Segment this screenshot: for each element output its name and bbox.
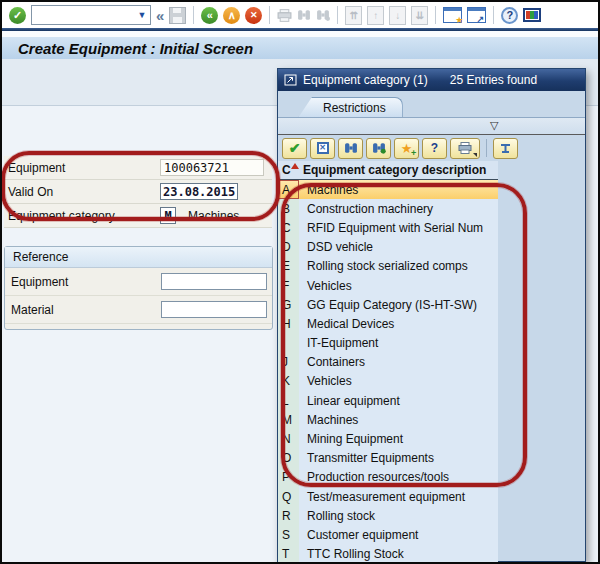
list-item[interactable]: GGG Equip Category (IS-HT-SW) — [278, 295, 498, 314]
add-to-personal-list-button[interactable]: ★+ — [394, 138, 419, 159]
list-item-key[interactable]: K — [278, 372, 299, 391]
list-item-key[interactable]: I — [278, 334, 299, 353]
list-item-key[interactable]: F — [278, 276, 299, 295]
list-item-description[interactable]: GG Equip Category (IS-HT-SW) — [299, 295, 498, 314]
list-item-description[interactable]: RFID Equipment with Serial Num — [299, 218, 498, 237]
enter-icon[interactable]: ✓ — [9, 7, 26, 24]
list-item-description[interactable]: Machines — [299, 410, 498, 429]
dialog-icon — [284, 74, 297, 86]
list-item[interactable]: AMachines — [278, 180, 498, 199]
personal-value-list-button[interactable] — [493, 138, 518, 159]
list-item-description[interactable]: Production resources/tools — [299, 468, 498, 487]
list-item[interactable]: PProduction resources/tools — [278, 468, 498, 487]
first-page-icon[interactable]: ⇈ — [345, 6, 362, 25]
list-item[interactable]: IIT-Equipment — [278, 334, 498, 353]
list-item-description[interactable]: Machines — [299, 180, 498, 199]
chevron-down-icon[interactable]: ▼ — [134, 6, 150, 24]
list-item-description[interactable]: Rolling stock serialized comps — [299, 257, 498, 276]
find-icon[interactable] — [297, 9, 311, 21]
list-item[interactable]: LLinear equipment — [278, 391, 498, 410]
find-next-icon[interactable] — [316, 9, 330, 21]
list-item[interactable]: DDSD vehicle — [278, 238, 498, 257]
create-shortcut-icon[interactable]: ↗ — [467, 7, 486, 23]
list-item-description[interactable]: Linear equipment — [299, 391, 498, 410]
list-item[interactable]: HMedical Devices — [278, 314, 498, 333]
save-icon[interactable] — [169, 7, 186, 24]
list-item[interactable]: BConstruction machinery — [278, 199, 498, 218]
list-item-description[interactable]: DSD vehicle — [299, 238, 498, 257]
equipment-category-input[interactable] — [160, 207, 176, 224]
list-item-description[interactable]: Construction machinery — [299, 199, 498, 218]
list-item-key[interactable]: N — [278, 429, 299, 448]
list-item-key[interactable]: M — [278, 410, 299, 429]
list-item[interactable]: ERolling stock serialized comps — [278, 257, 498, 276]
page-down-icon[interactable]: ↓ — [389, 6, 406, 25]
list-item-description[interactable]: TTC Rolling Stock — [299, 545, 498, 564]
list-item[interactable]: TTTC Rolling Stock — [278, 545, 498, 564]
list-item[interactable]: KVehicles — [278, 372, 498, 391]
print-icon[interactable] — [277, 9, 292, 22]
list-item-description[interactable]: Rolling stock — [299, 506, 498, 525]
collapse-chevrons-icon[interactable]: « — [156, 7, 164, 24]
list-item-key[interactable]: A — [278, 180, 299, 199]
list-item-key[interactable]: O — [278, 449, 299, 468]
list-item-key[interactable]: R — [278, 506, 299, 525]
list-item-description[interactable]: Mining Equipment — [299, 429, 498, 448]
tab-restrictions[interactable]: Restrictions — [298, 97, 403, 118]
equipment-value-field[interactable]: 100063721 — [160, 159, 264, 176]
list-item[interactable]: SCustomer equipment — [278, 525, 498, 544]
list-item-description[interactable]: Medical Devices — [299, 314, 498, 333]
list-item-description[interactable]: Vehicles — [299, 372, 498, 391]
copy-button[interactable]: ✔ — [282, 138, 307, 159]
list-item-key[interactable]: H — [278, 314, 299, 333]
list-item-key[interactable]: P — [278, 468, 299, 487]
description-column-header[interactable]: Equipment category description — [299, 163, 486, 177]
list-item[interactable]: CRFID Equipment with Serial Num — [278, 218, 498, 237]
list-item-description[interactable]: Transmitter Equipments — [299, 449, 498, 468]
list-item-key[interactable]: S — [278, 525, 299, 544]
new-session-icon[interactable]: ★ — [443, 7, 462, 23]
list-item[interactable]: NMining Equipment — [278, 429, 498, 448]
command-input[interactable] — [32, 7, 134, 23]
page-up-icon[interactable]: ↑ — [367, 6, 384, 25]
list-item-description[interactable]: Customer equipment — [299, 525, 498, 544]
list-item-key[interactable]: J — [278, 353, 299, 372]
help-button[interactable]: ? — [422, 138, 447, 159]
list-item-key[interactable]: D — [278, 238, 299, 257]
dialog-titlebar[interactable]: Equipment category (1) 25 Entries found — [278, 69, 585, 91]
list-item[interactable]: JContainers — [278, 353, 498, 372]
list-item-key[interactable]: Q — [278, 487, 299, 506]
cancel-icon[interactable]: ✕ — [245, 7, 262, 24]
list-item-key[interactable]: G — [278, 295, 299, 314]
list-item-key[interactable]: E — [278, 257, 299, 276]
list-item[interactable]: MMachines — [278, 410, 498, 429]
equipment-row: Equipment 100063721 — [4, 156, 272, 180]
cancel-button[interactable]: ✕ — [310, 138, 335, 159]
list-item-key[interactable]: B — [278, 199, 299, 218]
back-icon[interactable]: « — [201, 7, 218, 24]
list-item-description[interactable]: Containers — [299, 353, 498, 372]
valid-on-input[interactable] — [160, 183, 238, 200]
list-item-description[interactable]: Vehicles — [299, 276, 498, 295]
find-button[interactable] — [338, 138, 363, 159]
list-item-key[interactable]: T — [278, 545, 299, 564]
list-item-key[interactable]: L — [278, 391, 299, 410]
list-item[interactable]: FVehicles — [278, 276, 498, 295]
find-next-button[interactable] — [366, 138, 391, 159]
help-icon[interactable]: ? — [501, 7, 518, 24]
command-field[interactable]: ▼ — [31, 5, 151, 25]
list-item-key[interactable]: C — [278, 218, 299, 237]
print-menu-button[interactable] — [450, 138, 480, 159]
customize-layout-icon[interactable] — [523, 8, 541, 22]
list-item[interactable]: QTest/measurement equipment — [278, 487, 498, 506]
reference-material-input[interactable] — [161, 301, 267, 318]
exit-icon[interactable]: ∧ — [223, 7, 240, 24]
key-column-header[interactable]: C — [278, 163, 299, 177]
expand-restrictions-icon[interactable]: ▽ — [490, 118, 498, 132]
list-item-description[interactable]: Test/measurement equipment — [299, 487, 498, 506]
list-item[interactable]: OTransmitter Equipments — [278, 449, 498, 468]
list-item[interactable]: RRolling stock — [278, 506, 498, 525]
reference-equipment-input[interactable] — [161, 273, 267, 290]
list-item-description[interactable]: IT-Equipment — [299, 334, 498, 353]
last-page-icon[interactable]: ⇊ — [411, 6, 428, 25]
